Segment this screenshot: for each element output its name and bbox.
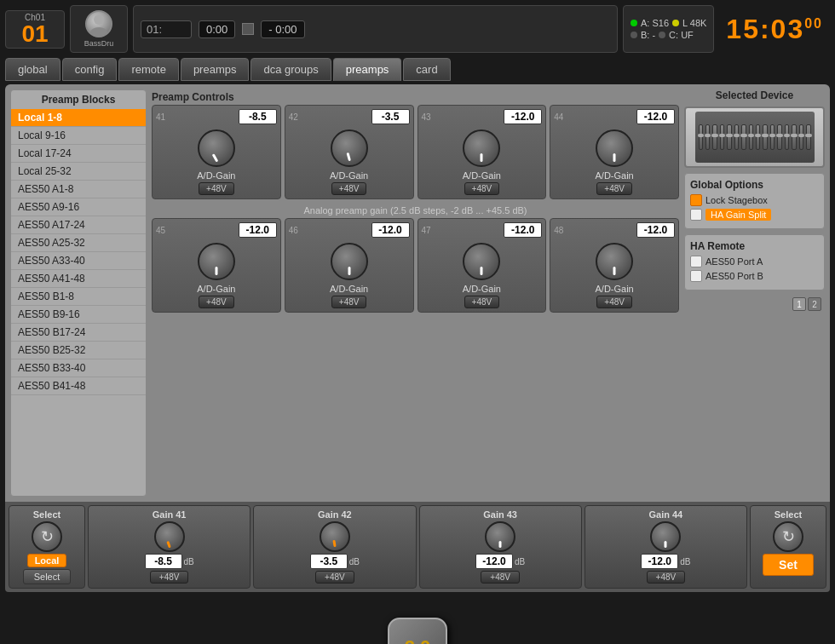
knob-48v-42[interactable]: +48V [331, 182, 367, 195]
knob-48v-43[interactable]: +48V [464, 182, 500, 195]
block-item-local-1-8[interactable]: Local 1-8 [11, 109, 146, 127]
knob-header-41: 41 -8.5 [156, 109, 277, 124]
indicator-row-a: A: S16 L 48K [631, 18, 706, 28]
knob-value-42[interactable]: -3.5 [371, 109, 410, 124]
tab-preamps2[interactable]: preamps [333, 58, 402, 81]
tab-preamps1[interactable]: preamps [181, 58, 250, 81]
knob-45[interactable] [198, 243, 235, 280]
knob-header-47: 47 -12.0 [422, 222, 543, 238]
block-item-local-17-24[interactable]: Local 17-24 [11, 145, 146, 163]
block-item-aes50-a9-16[interactable]: AES50 A9-16 [11, 198, 146, 216]
knob-48v-48[interactable]: +48V [596, 296, 632, 308]
knob-43[interactable] [463, 129, 500, 167]
block-item-aes50-a33-40[interactable]: AES50 A33-40 [11, 252, 146, 270]
knob-value-41[interactable]: -8.5 [239, 109, 277, 124]
knob-value-48[interactable]: -12.0 [636, 222, 675, 238]
select-button[interactable]: Select [23, 569, 72, 584]
tab-card[interactable]: card [403, 58, 450, 81]
bottom-gain-43-cell: Gain 43 -12.0 dB +48V [419, 505, 582, 589]
preamp-controls-title: Preamp Controls [152, 89, 679, 105]
bottom-gain-42-label: Gain 42 [318, 509, 352, 520]
device-fader-2 [705, 124, 710, 150]
block-item-aes50-a17-24[interactable]: AES50 A17-24 [11, 216, 146, 234]
bottom-48v-42[interactable]: +48V [315, 571, 354, 584]
port-b-label: AES50 Port B [705, 271, 763, 281]
channel-num: 01 [21, 22, 48, 46]
knob-47[interactable] [463, 243, 500, 280]
bottom-value-44[interactable]: -12.0 [641, 554, 678, 569]
block-item-aes50-a1-8[interactable]: AES50 A1-8 [11, 181, 146, 198]
knob-num-46: 46 [289, 226, 298, 235]
knob-header-44: 44 -12.0 [554, 109, 675, 124]
bottom-48v-43[interactable]: +48V [481, 571, 520, 584]
knob-grid-row2: 45 -12.0 A/D-Gain +48V 46 -12.0 [152, 218, 679, 313]
device-fader-5 [727, 124, 731, 150]
knob-value-44[interactable]: -12.0 [636, 109, 675, 124]
knob-48v-46[interactable]: +48V [331, 296, 367, 308]
bottom-knob-42[interactable] [320, 521, 350, 552]
block-item-aes50-b25-32[interactable]: AES50 B25-32 [11, 342, 146, 359]
knob-42[interactable] [331, 129, 368, 167]
port-b-checkbox[interactable] [690, 270, 702, 282]
block-item-aes50-b33-40[interactable]: AES50 B33-40 [11, 359, 146, 377]
knob-48v-45[interactable]: +48V [199, 296, 234, 308]
tab-config[interactable]: config [62, 58, 118, 81]
block-item-aes50-a25-32[interactable]: AES50 A25-32 [11, 234, 146, 252]
block-item-aes50-b1-8[interactable]: AES50 B1-8 [11, 288, 146, 306]
tab-global[interactable]: global [5, 58, 60, 81]
ha-remote-panel: HA Remote AES50 Port A AES50 Port B [684, 234, 825, 290]
knob-label-43: A/D-Gain [463, 170, 501, 181]
tab-dca-groups[interactable]: dca groups [250, 58, 331, 81]
block-item-aes50-b41-48[interactable]: AES50 B41-48 [11, 377, 146, 395]
bottom-knob-ind-42 [332, 540, 336, 547]
block-item-aes50-b9-16[interactable]: AES50 B9-16 [11, 306, 146, 324]
set-rotate-icon[interactable]: ↻ [773, 521, 803, 552]
knob-41[interactable] [198, 129, 235, 167]
ha-gain-split-checkbox[interactable] [690, 209, 702, 221]
knob-num-47: 47 [422, 226, 431, 235]
transport-block: 01: 0:00 - 0:00 [133, 5, 618, 53]
knob-value-47[interactable]: -12.0 [504, 222, 542, 238]
bottom-value-41[interactable]: -8.5 [145, 554, 182, 569]
knob-value-46[interactable]: -12.0 [371, 222, 410, 238]
port-a-checkbox[interactable] [690, 256, 702, 267]
knob-48[interactable] [596, 243, 633, 280]
bottom-db-43: dB [515, 557, 525, 566]
indicator-label-a: A: S16 [641, 18, 669, 28]
page-dot-1[interactable]: 1 [792, 297, 806, 311]
knob-48v-41[interactable]: +48V [199, 182, 234, 195]
set-button[interactable]: Set [763, 554, 814, 576]
block-item-local-9-16[interactable]: Local 9-16 [11, 127, 146, 145]
block-item-aes50-a41-48[interactable]: AES50 A41-48 [11, 270, 146, 288]
knob-48v-44[interactable]: +48V [596, 182, 632, 195]
tab-remote[interactable]: remote [118, 58, 178, 81]
bottom-48v-41[interactable]: +48V [150, 571, 189, 584]
bottom-value-42[interactable]: -3.5 [310, 554, 348, 569]
lock-stagebox-checkbox[interactable] [690, 194, 702, 206]
knob-label-42: A/D-Gain [330, 170, 368, 181]
block-item-aes50-b17-24[interactable]: AES50 B17-24 [11, 324, 146, 342]
knob-value-43[interactable]: -12.0 [504, 109, 542, 124]
bottom-48v-44[interactable]: +48V [647, 571, 686, 584]
transport-stop-btn[interactable] [242, 23, 254, 35]
bottom-value-43[interactable]: -12.0 [475, 554, 513, 569]
rotate-icon[interactable]: ↻ [32, 521, 62, 552]
block-item-local-25-32[interactable]: Local 25-32 [11, 163, 146, 181]
bottom-db-42: dB [349, 557, 360, 566]
knob-value-45[interactable]: -12.0 [239, 222, 277, 238]
knob-46[interactable] [331, 243, 368, 280]
knob-cell-43: 43 -12.0 A/D-Gain +48V [418, 105, 547, 199]
bottom-knob-41[interactable] [154, 521, 185, 552]
page-dot-2[interactable]: 2 [808, 297, 821, 311]
knob-grid-row1: 41 -8.5 A/D-Gain +48V 42 -3.5 [152, 105, 679, 199]
knob-48v-47[interactable]: +48V [464, 296, 500, 308]
preamp-blocks-title: Preamp Blocks [11, 90, 146, 109]
bottom-knob-43[interactable] [485, 521, 515, 552]
bottom-knob-44[interactable] [650, 521, 681, 552]
knob-label-44: A/D-Gain [596, 170, 634, 181]
option-row-port-b: AES50 Port B [690, 270, 819, 282]
knob-indicator-42 [346, 152, 350, 161]
knob-44[interactable] [596, 129, 633, 167]
device-fader-7 [741, 124, 746, 150]
knob-indicator-43 [481, 153, 483, 162]
